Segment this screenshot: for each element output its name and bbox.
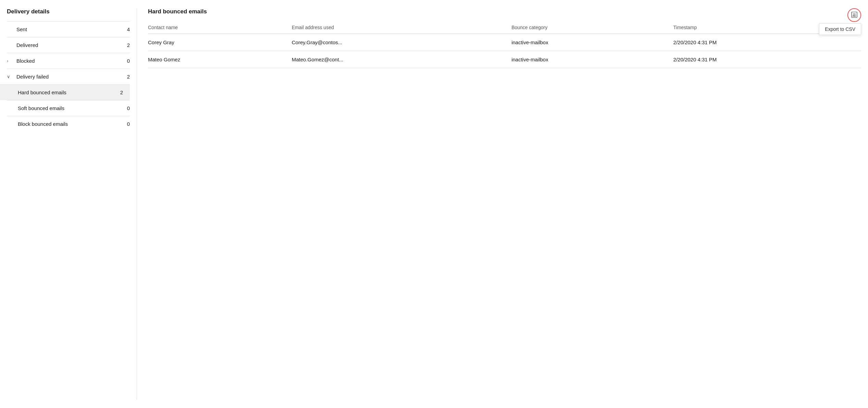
- contact-name-cell: Corey Gray: [148, 34, 292, 51]
- right-panel-title: Hard bounced emails: [148, 8, 861, 15]
- sub-row-hard-bounced[interactable]: Hard bounced emails 2: [0, 84, 130, 100]
- chevron-right-icon: ›: [7, 58, 16, 63]
- timestamp-cell: 2/20/2020 4:31 PM: [673, 51, 861, 68]
- left-panel: Delivery details Sent 4 Delivered 2 › Bl…: [7, 8, 137, 400]
- bounce-category-cell: inactive-mailbox: [511, 34, 673, 51]
- label-block-bounced: Block bounced emails: [18, 121, 120, 127]
- label-failed: Delivery failed: [16, 74, 120, 80]
- right-panel: Hard bounced emails CSV Export to CSV: [137, 8, 861, 400]
- email-cell: Mateo.Gomez@cont...: [292, 51, 511, 68]
- col-header-bounce-category: Bounce category: [511, 21, 673, 34]
- export-area: CSV Export to CSV: [819, 8, 861, 35]
- table-row: Corey GrayCorey.Gray@contos...inactive-m…: [148, 34, 861, 51]
- timestamp-cell: 2/20/2020 4:31 PM: [673, 34, 861, 51]
- bounce-category-cell: inactive-mailbox: [511, 51, 673, 68]
- contact-name-cell: Mateo Gomez: [148, 51, 292, 68]
- bounce-table: Contact name Email address used Bounce c…: [148, 21, 861, 68]
- label-hard-bounced: Hard bounced emails: [18, 89, 113, 95]
- delivery-row-blocked[interactable]: › Blocked 0: [7, 53, 130, 69]
- col-header-contact-name: Contact name: [148, 21, 292, 34]
- delivery-row-delivered: Delivered 2: [7, 37, 130, 53]
- delivery-row-failed[interactable]: ∨ Delivery failed 2: [7, 69, 130, 84]
- col-header-email: Email address used: [292, 21, 511, 34]
- value-soft-bounced: 0: [120, 105, 130, 111]
- value-delivered: 2: [120, 42, 130, 48]
- email-cell: Corey.Gray@contos...: [292, 34, 511, 51]
- value-failed: 2: [120, 74, 130, 80]
- sub-row-soft-bounced[interactable]: Soft bounced emails 0: [7, 100, 130, 116]
- label-blocked: Blocked: [16, 58, 120, 64]
- svg-text:CSV: CSV: [853, 15, 856, 17]
- export-dropdown-label: Export to CSV: [825, 26, 855, 32]
- export-csv-icon-button[interactable]: CSV: [847, 8, 861, 22]
- chevron-down-icon: ∨: [7, 74, 16, 79]
- label-soft-bounced: Soft bounced emails: [18, 105, 120, 111]
- export-icon: CSV: [851, 12, 857, 19]
- left-panel-title: Delivery details: [7, 8, 130, 15]
- sub-row-block-bounced[interactable]: Block bounced emails 0: [7, 116, 130, 132]
- export-dropdown[interactable]: Export to CSV: [819, 23, 861, 35]
- table-header-row: Contact name Email address used Bounce c…: [148, 21, 861, 34]
- delivery-row-sent: Sent 4: [7, 21, 130, 37]
- value-sent: 4: [120, 26, 130, 32]
- table-row: Mateo GomezMateo.Gomez@cont...inactive-m…: [148, 51, 861, 68]
- label-delivered: Delivered: [16, 42, 120, 48]
- value-hard-bounced: 2: [113, 89, 123, 95]
- value-blocked: 0: [120, 58, 130, 64]
- value-block-bounced: 0: [120, 121, 130, 127]
- label-sent: Sent: [16, 26, 120, 32]
